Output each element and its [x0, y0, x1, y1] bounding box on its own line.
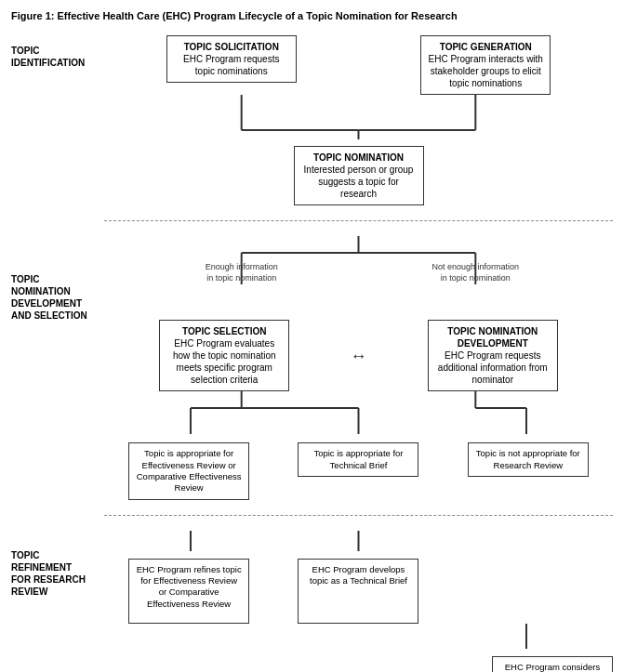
section-content-dev: Enough information in topic nomination N…: [104, 236, 613, 499]
outcome-box-3: Topic is not appropriate for Research Re…: [468, 442, 589, 477]
section-label-identification: TOPIC IDENTIFICATION: [11, 35, 104, 69]
svg-text:in topic nomination: in topic nomination: [206, 273, 276, 283]
outcome3-text: Topic is not appropriate for Research Re…: [475, 448, 581, 471]
outcome2-text: Topic is appropriate for Technical Brief: [305, 448, 411, 471]
refine-box-3: EHC Program considers topic for New Rese…: [492, 656, 613, 672]
top-connector-svg: [104, 95, 613, 146]
refine-col-2: EHC Program develops topic as a Technica…: [273, 559, 443, 624]
section-topic-refinement: TOPIC REFINEMENT FOR RESEARCH REVIEW EHC…: [11, 531, 613, 672]
separator-2: [11, 507, 613, 523]
section-topic-identification: TOPIC IDENTIFICATION TOPIC SOLICITATION …: [11, 35, 613, 205]
topic-generation-box: TOPIC GENERATION EHC Program interacts w…: [420, 35, 551, 95]
topic-solicitation-box: TOPIC SOLICITATION EHC Program requests …: [166, 35, 297, 83]
outcome-box-1: Topic is appropriate for Effectiveness R…: [128, 442, 249, 499]
outcome-col-3: Topic is not appropriate for Research Re…: [444, 442, 613, 477]
refine-col-1: EHC Program refines topic for Effectiven…: [104, 559, 273, 624]
separator-1: [11, 213, 613, 229]
outcome-col-1: Topic is appropriate for Effectiveness R…: [104, 442, 273, 499]
figure-container: Figure 1: Effective Health Care (EHC) Pr…: [0, 0, 624, 672]
section-label-dev: TOPIC NOMINATION DEVELOPMENT AND SELECTI…: [11, 236, 104, 322]
nomination-title: TOPIC NOMINATION: [301, 152, 417, 164]
section-topic-nomination-dev: TOPIC NOMINATION DEVELOPMENT AND SELECTI…: [11, 236, 613, 499]
selection-title: TOPIC SELECTION: [166, 325, 282, 337]
outcome1-text: Topic is appropriate for Effectiveness R…: [136, 448, 242, 494]
refinement-arrows-svg: [104, 531, 613, 559]
svg-text:Not enough information: Not enough information: [432, 262, 520, 271]
nomination-body: Interested person or group suggests a to…: [301, 164, 417, 200]
refine-box-2: EHC Program develops topic as a Technica…: [298, 559, 418, 624]
selection-body: EHC Program evaluates how the topic nomi…: [166, 337, 282, 386]
double-arrow: ↔: [345, 348, 373, 364]
refine3-arrow-svg: [104, 624, 613, 656]
branch-svg: Enough information in topic nomination N…: [104, 236, 613, 320]
generation-body: EHC Program interacts with stakeholder g…: [428, 53, 543, 89]
refine1-text: EHC Program refines topic for Effectiven…: [136, 564, 242, 610]
outcome-arrows-svg: [104, 391, 613, 442]
top-boxes-row: TOPIC SOLICITATION EHC Program requests …: [104, 35, 613, 95]
nomination-row: TOPIC NOMINATION Interested person or gr…: [104, 146, 613, 205]
refine-box-1: EHC Program refines topic for Effectiven…: [128, 559, 249, 624]
solicitation-title: TOPIC SOLICITATION: [174, 41, 289, 53]
generation-title: TOPIC GENERATION: [428, 41, 543, 53]
outcome-col-2: Topic is appropriate for Technical Brief: [273, 442, 443, 477]
outcome-box-2: Topic is appropriate for Technical Brief: [298, 442, 418, 477]
topic-nom-dev-box: TOPIC NOMINATION DEVELOPMENT EHC Program…: [428, 320, 558, 391]
refine3-text: EHC Program considers topic for New Rese…: [499, 662, 605, 672]
svg-text:Enough information: Enough information: [206, 262, 278, 271]
section-content-identification: TOPIC SOLICITATION EHC Program requests …: [104, 35, 613, 205]
dev-body: EHC Program requests additional informat…: [435, 349, 551, 386]
topic-selection-box: TOPIC SELECTION EHC Program evaluates ho…: [159, 320, 289, 391]
diagram: TOPIC IDENTIFICATION TOPIC SOLICITATION …: [11, 35, 613, 672]
section-content-refinement: EHC Program refines topic for Effectiven…: [104, 531, 613, 672]
refine3-row: EHC Program considers topic for New Rese…: [104, 656, 613, 672]
refine2-text: EHC Program develops topic as a Technica…: [305, 564, 411, 587]
svg-text:in topic nomination: in topic nomination: [441, 273, 511, 283]
refinement-row: EHC Program refines topic for Effectiven…: [104, 559, 613, 624]
figure-title: Figure 1: Effective Health Care (EHC) Pr…: [11, 9, 613, 22]
section-label-refinement: TOPIC REFINEMENT FOR RESEARCH REVIEW: [11, 531, 104, 598]
selection-dev-row: TOPIC SELECTION EHC Program evaluates ho…: [104, 320, 613, 391]
outcomes-row: Topic is appropriate for Effectiveness R…: [104, 442, 613, 499]
dev-title: TOPIC NOMINATION DEVELOPMENT: [435, 325, 551, 349]
topic-nomination-box: TOPIC NOMINATION Interested person or gr…: [294, 146, 424, 205]
solicitation-body: EHC Program requests topic nominations: [174, 53, 289, 77]
